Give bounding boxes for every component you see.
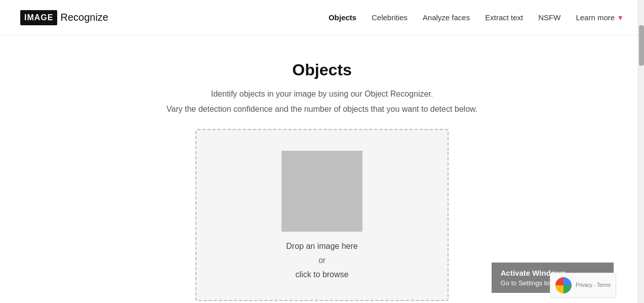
recaptcha-logo-icon	[555, 277, 572, 293]
nav-item-nsfw[interactable]: NSFW	[538, 13, 560, 22]
nav-item-learn-more[interactable]: Learn more ▼	[576, 13, 624, 22]
logo-text: Recognize	[60, 12, 108, 23]
browse-text[interactable]: click to browse	[296, 270, 349, 279]
page-title: Objects	[292, 61, 351, 79]
nav-item-extract-text[interactable]: Extract text	[485, 13, 523, 22]
nav-item-objects[interactable]: Objects	[329, 13, 356, 22]
nav-item-celebrities[interactable]: Celebrities	[372, 13, 408, 22]
scrollbar-track[interactable]	[638, 0, 644, 303]
header: IMAGE Recognize Objects Celebrities Anal…	[0, 0, 644, 35]
page-description: Vary the detection confidence and the nu…	[167, 105, 477, 114]
logo[interactable]: IMAGE Recognize	[20, 10, 108, 25]
recaptcha-badge: Privacy - Terms	[550, 273, 616, 298]
logo-box: IMAGE	[20, 10, 57, 25]
main-nav: Objects Celebrities Analyze faces Extrac…	[329, 13, 624, 22]
or-text: or	[318, 256, 326, 265]
chevron-down-icon: ▼	[617, 14, 624, 22]
nav-item-analyze-faces[interactable]: Analyze faces	[423, 13, 470, 22]
recaptcha-text: Privacy - Terms	[576, 282, 611, 289]
page-subtitle: Identify objects in your image by using …	[211, 90, 433, 99]
image-placeholder	[281, 151, 363, 232]
image-drop-zone[interactable]: Drop an image here or click to browse	[195, 129, 449, 301]
learn-more-label: Learn more	[576, 13, 615, 22]
drop-text: Drop an image here	[286, 242, 357, 251]
scrollbar-thumb[interactable]	[639, 25, 644, 66]
